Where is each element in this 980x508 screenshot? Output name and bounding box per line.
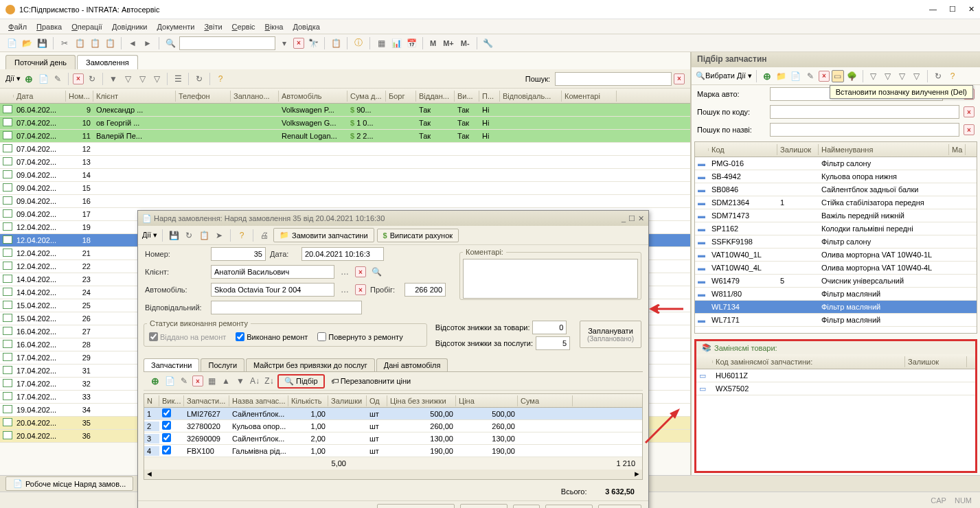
orders-row[interactable]: 09.04.202...15 [0,182,690,195]
rp-del-icon[interactable]: × [819,71,830,82]
orders-col-2[interactable]: Ном... [66,91,93,102]
scroll-right-icon[interactable]: ► [633,470,641,479]
print-button[interactable]: 🖨 Друк ▾ [460,504,508,508]
catalog-row[interactable]: ▬SB0846Сайлентблок задньої балки [695,183,977,196]
orders-col-13[interactable]: Коментарі [562,91,617,102]
intab-masters[interactable]: Майстри без привязки до послуг [246,358,375,371]
menu-help[interactable]: Довідка [293,23,320,31]
mplus-button[interactable]: M+ [441,39,456,47]
chk-done[interactable]: Виконано ремонт [236,332,308,341]
alt-col-2[interactable]: Залишок [905,356,967,367]
open-icon[interactable]: 📂 [21,37,33,49]
part-sort2-icon[interactable]: Z↓ [263,375,275,387]
parts-col-8[interactable]: Ціна [456,395,518,406]
copy-icon[interactable]: 📋 [73,37,86,49]
modal-refresh-icon[interactable]: ↻ [183,229,195,242]
alt-col-0[interactable] [696,360,713,363]
order-parts-button[interactable]: 📁Замовити запчастини [273,228,374,242]
minimize-button[interactable]: — [929,5,937,14]
orders-col-5[interactable]: Заплано... [231,91,279,102]
rp-f1-icon[interactable]: ▽ [867,70,880,82]
catalog-row[interactable]: ▬VAT10W40_1LОлива морторна VAT 10W40-1L [695,249,977,262]
rp-refresh-icon[interactable]: ↻ [932,70,944,82]
rp-f2-icon[interactable]: ▽ [882,70,894,82]
rp-col-2[interactable]: Залишок [777,144,819,155]
cal-icon[interactable]: 📅 [405,37,418,49]
edit-icon[interactable]: ✎ [52,73,64,85]
maximize-button[interactable]: ☐ [949,5,956,14]
parts-col-7[interactable]: Ціна без знижки [387,395,456,406]
rp-f3-icon[interactable]: ▽ [896,70,909,82]
menu-operations[interactable]: Операції [71,23,102,31]
modal-close[interactable]: ✕ [638,214,644,223]
part-del-icon[interactable]: × [192,376,203,386]
modal-copy-icon[interactable]: 📋 [198,229,210,242]
orders-row[interactable]: 09.04.202...14 [0,169,690,182]
modal-go-icon[interactable]: ➤ [213,229,225,242]
part-add-icon[interactable]: ⊕ [149,375,161,387]
modal-help-icon[interactable]: ? [236,229,248,242]
save-button[interactable]: Записати [545,505,593,509]
orders-col-4[interactable]: Телефон [176,91,231,102]
scroll-left-icon[interactable]: ◄ [146,470,153,479]
parts-row[interactable]: 232780020Кульова опор...1,00шт260,00260,… [144,420,642,432]
part-down-icon[interactable]: ▼ [234,375,247,387]
orders-col-10[interactable]: Ви... [455,91,479,102]
modal-min[interactable]: _ [622,214,626,223]
client-input[interactable] [211,265,334,279]
rp-copy-icon[interactable]: 📄 [790,70,802,82]
rp-addfolder-icon[interactable]: 📁 [775,70,788,82]
rp-col-4[interactable]: Ма [949,144,966,155]
catalog-row[interactable]: ▬PMG-016Фільтр салону [695,157,977,170]
catalog-row[interactable]: ▬SP1162Колодки гальмівні передні [695,222,977,235]
invoice-button[interactable]: $Виписати рахунок [377,229,459,242]
orders-col-11[interactable]: П... [479,91,500,102]
name-clear-icon[interactable]: × [964,124,975,135]
orders-col-6[interactable]: Автомобіль [279,91,347,102]
close-button2[interactable]: Закрити [598,505,641,509]
filter-icon[interactable]: ▼ [107,73,119,85]
catalog-row[interactable]: ▬SSFKF9198Фільтр салону [695,235,977,249]
close-button[interactable]: ✕ [968,5,975,14]
code-clear-icon[interactable]: × [964,106,975,117]
rp-help-icon[interactable]: ? [946,70,959,82]
pay-button[interactable]: 💳 Ввести оплату [377,504,455,508]
part-copy-icon[interactable]: 📄 [163,375,176,387]
copy-row-icon[interactable]: 📄 [37,73,49,85]
rp-tree-icon[interactable]: 🌳 [846,70,858,82]
save-icon[interactable]: 💾 [36,37,48,49]
task-1[interactable]: 📄Робоче місце Наряд замов... [5,476,133,491]
info-icon[interactable]: ⓘ [352,37,365,49]
grid-icon[interactable]: ▦ [375,37,387,49]
number-input[interactable] [211,247,266,261]
paste-icon[interactable]: 📋 [89,37,101,49]
clear-orders-search[interactable]: × [674,73,685,84]
zoom-icon[interactable]: 🔍 [164,37,176,49]
tools-icon[interactable]: 🔧 [482,37,494,49]
rp-col-1[interactable]: Код [709,144,777,155]
delete-icon[interactable]: × [73,73,84,84]
modal-actions[interactable]: Дії ▾ [142,231,157,240]
orders-col-3[interactable]: Клієнт [93,91,176,102]
plan-button[interactable]: Запланувати(Заплановано) [580,321,641,348]
parts-col-9[interactable]: Сума [518,395,573,406]
add-icon[interactable]: ⊕ [23,73,35,85]
resp-input[interactable] [211,301,362,314]
orders-row[interactable]: 07.04.202...13 [0,156,690,169]
cut-icon[interactable]: ✂ [58,37,71,49]
alt-col-1[interactable]: Код заміняємої запчастини: [713,356,905,367]
auto-clear-icon[interactable]: × [355,284,366,295]
catalog-row[interactable]: ▬SB-4942Кульова опора нижня [695,170,977,183]
alt-row[interactable]: ▭WX57502 [696,382,975,395]
date-input[interactable] [301,247,384,261]
code-input[interactable] [770,105,959,119]
back-icon[interactable]: ◄ [126,37,139,49]
parts-col-2[interactable]: Запчасти... [184,395,229,406]
mminus-button[interactable]: M- [459,39,472,47]
parts-col-1[interactable]: Вик... [159,395,184,406]
chk-returned[interactable]: Повернуто з ремонту [317,332,402,341]
pidbir-button[interactable]: 🔍Підбір [277,374,325,389]
orders-col-1[interactable]: Дата [14,91,66,102]
disc-serv-input[interactable] [536,336,570,350]
catalog-row[interactable]: ▬W811/80Фільтр масляний [695,288,977,301]
